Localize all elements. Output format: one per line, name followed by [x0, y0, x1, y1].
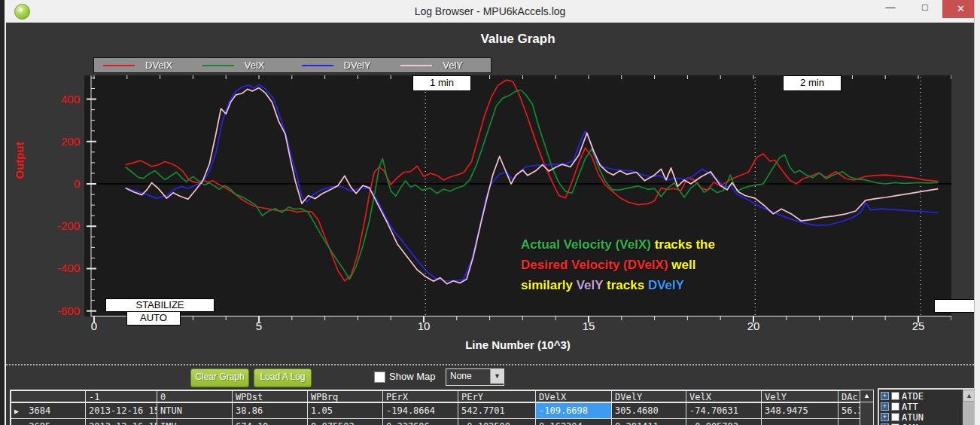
plot-background	[84, 75, 951, 316]
table-cell[interactable]: -0.805783	[686, 419, 762, 425]
show-map-checkbox[interactable]	[374, 371, 385, 383]
table-row: 36852013-12-16 15:3IMU674.100.0755020.23…	[11, 419, 861, 425]
table-cell[interactable]: -74.70631	[686, 403, 762, 419]
table-cell[interactable]: 38.86	[233, 403, 308, 419]
log-browser-content: Value Graph DVelXVelXDVelYVelY 1 min 2 m…	[6, 23, 974, 425]
minimize-button[interactable]: —	[873, 0, 908, 17]
column-header-DAc: DAc	[838, 391, 861, 403]
titlebar: ✈ Log Browser - MPU6kAccels.log — □ ✕	[5, 0, 975, 23]
expand-plus-icon[interactable]: +	[881, 413, 889, 421]
tree-checkbox[interactable]	[891, 413, 899, 421]
legend-item-DVelY: DVelY	[293, 58, 392, 72]
legend-line-swatch	[302, 65, 333, 66]
tree-item-ATDE[interactable]: +ATDE	[881, 391, 963, 401]
mode-label-st-clipped: ST	[934, 299, 974, 313]
y-tick-label: -400	[30, 261, 80, 274]
x-tick-label: 5	[242, 320, 275, 332]
x-tick-label: 15	[572, 320, 605, 332]
value-graph-canvas[interactable]	[84, 75, 951, 324]
y-tick-label: 400	[30, 93, 80, 105]
tree-scrollbar[interactable]: ▲	[963, 390, 974, 425]
table-cell[interactable]: ▶ 3684	[11, 403, 86, 419]
table-cell[interactable]: 542.7701	[458, 403, 536, 419]
column-header-0: 0	[157, 391, 233, 403]
annotation-line: Actual Velocity (VelX) tracks the	[521, 234, 715, 255]
scroll-up-icon[interactable]: ▲	[860, 390, 873, 402]
plot-area[interactable]: 1 min 2 min STABILIZE AUTO ST	[84, 75, 951, 324]
window-frame-left	[0, 0, 5, 425]
column-header-WPBrg: WPBrg	[308, 391, 383, 403]
load-a-log-button[interactable]: Load A Log	[254, 368, 312, 387]
table-cell[interactable]: 0.075502	[308, 419, 383, 425]
column-header-DVelX: DVelX	[536, 391, 612, 403]
table-cell[interactable]: 1.05	[308, 403, 383, 419]
message-type-tree: +ATDE+ATT+ATUN+CAM ▲	[878, 388, 974, 425]
expand-plus-icon[interactable]: +	[881, 402, 889, 411]
annotation-segment: Actual Velocity (VelX)	[521, 237, 655, 252]
legend-item-VelY: VelY	[391, 58, 491, 72]
expand-plus-icon[interactable]: +	[881, 392, 889, 400]
maximize-button[interactable]: □	[908, 0, 942, 17]
legend-label: VelY	[443, 60, 463, 71]
table-cell[interactable]: IMU	[157, 419, 233, 425]
tree-label: ATT	[902, 402, 918, 412]
map-source-value: None	[450, 371, 472, 381]
table-cell[interactable]: 0.281411	[612, 419, 686, 425]
annotation-line: Desired Velocity (DVelX) well	[521, 255, 715, 275]
tree-checkbox[interactable]	[891, 402, 899, 411]
chevron-down-icon[interactable]: ▼	[490, 369, 504, 384]
tree-item-ATUN[interactable]: +ATUN	[881, 412, 963, 422]
column-header-PErX: PErX	[383, 391, 458, 403]
table-row: ▶ 36842013-12-16 15:3...NTUN38.861.05-19…	[11, 403, 861, 419]
tree-item-ATT[interactable]: +ATT	[881, 402, 963, 411]
clear-graph-button[interactable]: Clear Graph	[190, 368, 249, 387]
table-cell[interactable]: 2013-12-16 15:3	[86, 419, 157, 425]
annotation-segment: similarly	[521, 278, 577, 292]
x-tick-label: 0	[78, 320, 111, 332]
scroll-up-icon[interactable]: ▲	[963, 390, 974, 402]
annotation-segment: Desired Velocity (DVelX)	[521, 258, 671, 272]
legend-item-VelX: VelX	[193, 58, 293, 72]
annotation-segment: tracks	[603, 278, 648, 292]
table-cell[interactable]: 0.237606	[383, 419, 458, 425]
column-header-marker	[11, 391, 86, 403]
legend-label: DVelY	[344, 60, 371, 71]
time-marker-2min: 2 min	[783, 75, 842, 91]
log-table: -10WPDstWPBrgPErXPErYDVelXDVelYVelXVelYD…	[10, 390, 863, 425]
table-cell[interactable]: 674.10	[233, 419, 308, 425]
y-tick-label: -600	[30, 304, 80, 317]
window-title: Log Browser - MPU6kAccels.log	[5, 0, 975, 23]
annotation-segment: well	[671, 258, 695, 272]
map-source-dropdown[interactable]: None ▼	[446, 368, 504, 386]
column-header-VelX: VelX	[686, 391, 762, 403]
legend-line-swatch	[400, 65, 432, 66]
table-scrollbar[interactable]: ▲	[860, 390, 874, 425]
table-cell[interactable]	[762, 419, 838, 425]
table-cell[interactable]: -109.6698	[536, 403, 612, 419]
table-cell[interactable]: 2013-12-16 15:3...	[86, 403, 157, 419]
x-axis-title: Line Number (10^3)	[84, 338, 951, 351]
annotation-segment: DVelY	[648, 278, 684, 292]
table-cell[interactable]: 0.162304	[536, 419, 612, 425]
legend-label: DVelX	[145, 60, 172, 71]
table-cell[interactable]: -0.102500	[458, 419, 536, 425]
table-cell[interactable]: 3685	[11, 419, 86, 425]
mode-label-stabilize: STABILIZE	[105, 298, 215, 312]
table-cell[interactable]: 305.4680	[612, 403, 686, 419]
table-cell[interactable]: -194.8664	[383, 403, 458, 419]
table-cell[interactable]	[838, 419, 861, 425]
column-header--1: -1	[86, 391, 157, 403]
x-tick-label: 20	[737, 320, 770, 332]
panel-splitter[interactable]	[6, 364, 974, 365]
current-row-marker: ▶	[14, 404, 23, 418]
column-header-VelY: VelY	[762, 391, 838, 403]
table-cell[interactable]: 348.9475	[762, 403, 838, 419]
table-cell[interactable]: 56.3	[838, 403, 861, 419]
graph-title: Value Graph	[84, 32, 951, 47]
chart-annotation: Actual Velocity (VelX) tracks theDesired…	[521, 234, 715, 295]
chart-legend: DVelXVelXDVelYVelY	[93, 57, 492, 73]
table-cell[interactable]: NTUN	[157, 403, 233, 419]
legend-label: VelX	[245, 60, 265, 71]
tree-checkbox[interactable]	[891, 392, 899, 400]
annotation-line: similarly VelY tracks DVelY	[521, 275, 715, 295]
